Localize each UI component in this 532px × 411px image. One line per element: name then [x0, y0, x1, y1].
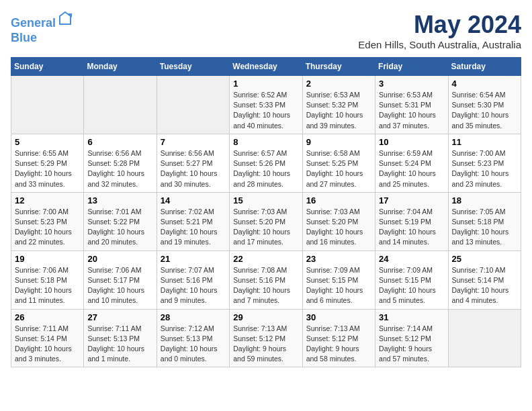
cell-content: Sunrise: 7:14 AM Sunset: 5:12 PM Dayligh… — [379, 324, 444, 365]
cell-content: Sunrise: 7:00 AM Sunset: 5:23 PM Dayligh… — [452, 148, 517, 189]
calendar-cell: 12Sunrise: 7:00 AM Sunset: 5:23 PM Dayli… — [11, 192, 84, 250]
day-number: 20 — [87, 254, 152, 264]
cell-content: Sunrise: 6:54 AM Sunset: 5:30 PM Dayligh… — [452, 90, 517, 131]
calendar-cell: 24Sunrise: 7:09 AM Sunset: 5:15 PM Dayli… — [375, 250, 448, 309]
day-of-week-header: Friday — [375, 58, 448, 76]
day-number: 12 — [15, 195, 80, 205]
day-number: 17 — [379, 195, 444, 205]
day-number: 22 — [233, 254, 298, 264]
calendar-cell: 22Sunrise: 7:08 AM Sunset: 5:16 PM Dayli… — [230, 250, 302, 309]
day-number: 19 — [15, 254, 80, 264]
cell-content: Sunrise: 7:07 AM Sunset: 5:16 PM Dayligh… — [161, 265, 226, 306]
day-number: 13 — [87, 195, 152, 205]
day-of-week-header: Wednesday — [230, 58, 302, 76]
day-number: 9 — [306, 137, 371, 147]
calendar-week-row: 12Sunrise: 7:00 AM Sunset: 5:23 PM Dayli… — [11, 192, 521, 250]
day-of-week-header: Tuesday — [157, 58, 229, 76]
day-number: 16 — [306, 195, 371, 205]
calendar-cell: 5Sunrise: 6:55 AM Sunset: 5:29 PM Daylig… — [11, 134, 84, 192]
cell-content: Sunrise: 7:09 AM Sunset: 5:15 PM Dayligh… — [306, 265, 371, 306]
calendar-cell: 15Sunrise: 7:03 AM Sunset: 5:20 PM Dayli… — [230, 192, 302, 250]
calendar-cell: 17Sunrise: 7:04 AM Sunset: 5:19 PM Dayli… — [375, 192, 448, 250]
cell-content: Sunrise: 7:09 AM Sunset: 5:15 PM Dayligh… — [379, 265, 444, 306]
day-number: 24 — [379, 254, 444, 264]
calendar-cell: 28Sunrise: 7:12 AM Sunset: 5:13 PM Dayli… — [157, 309, 229, 367]
day-of-week-header: Monday — [84, 58, 157, 76]
calendar-week-row: 26Sunrise: 7:11 AM Sunset: 5:14 PM Dayli… — [11, 309, 521, 367]
day-number: 1 — [233, 79, 298, 89]
calendar-cell: 23Sunrise: 7:09 AM Sunset: 5:15 PM Dayli… — [302, 250, 375, 309]
day-number: 14 — [161, 195, 226, 205]
calendar-table: SundayMondayTuesdayWednesdayThursdayFrid… — [11, 57, 521, 367]
cell-content: Sunrise: 6:56 AM Sunset: 5:28 PM Dayligh… — [87, 148, 152, 189]
day-number: 6 — [87, 137, 152, 147]
day-of-week-header: Sunday — [11, 58, 84, 76]
calendar-cell: 30Sunrise: 7:13 AM Sunset: 5:12 PM Dayli… — [302, 309, 375, 367]
logo-blue: Blue — [11, 31, 73, 46]
cell-content: Sunrise: 7:11 AM Sunset: 5:13 PM Dayligh… — [87, 324, 152, 365]
calendar-cell: 7Sunrise: 6:56 AM Sunset: 5:27 PM Daylig… — [157, 134, 229, 192]
day-number: 4 — [452, 79, 517, 89]
calendar-cell: 11Sunrise: 7:00 AM Sunset: 5:23 PM Dayli… — [448, 134, 521, 192]
cell-content: Sunrise: 6:58 AM Sunset: 5:25 PM Dayligh… — [306, 148, 371, 189]
cell-content: Sunrise: 6:57 AM Sunset: 5:26 PM Dayligh… — [233, 148, 298, 189]
cell-content: Sunrise: 6:59 AM Sunset: 5:24 PM Dayligh… — [379, 148, 444, 189]
calendar-cell: 29Sunrise: 7:13 AM Sunset: 5:12 PM Dayli… — [230, 309, 302, 367]
calendar-cell: 9Sunrise: 6:58 AM Sunset: 5:25 PM Daylig… — [302, 134, 375, 192]
day-number: 15 — [233, 195, 298, 205]
cell-content: Sunrise: 7:01 AM Sunset: 5:22 PM Dayligh… — [87, 207, 152, 248]
cell-content: Sunrise: 6:52 AM Sunset: 5:33 PM Dayligh… — [233, 90, 298, 131]
day-of-week-header: Thursday — [302, 58, 375, 76]
calendar-cell: 18Sunrise: 7:05 AM Sunset: 5:18 PM Dayli… — [448, 192, 521, 250]
cell-content: Sunrise: 7:00 AM Sunset: 5:23 PM Dayligh… — [15, 207, 80, 248]
cell-content: Sunrise: 7:05 AM Sunset: 5:18 PM Dayligh… — [452, 207, 517, 248]
day-number: 11 — [452, 137, 517, 147]
cell-content: Sunrise: 7:03 AM Sunset: 5:20 PM Dayligh… — [233, 207, 298, 248]
calendar-cell: 6Sunrise: 6:56 AM Sunset: 5:28 PM Daylig… — [84, 134, 157, 192]
day-number: 26 — [15, 312, 80, 322]
calendar-cell — [84, 76, 157, 134]
day-number: 30 — [306, 312, 371, 322]
calendar-cell: 21Sunrise: 7:07 AM Sunset: 5:16 PM Dayli… — [157, 250, 229, 309]
calendar-cell: 16Sunrise: 7:03 AM Sunset: 5:20 PM Dayli… — [302, 192, 375, 250]
calendar-cell: 2Sunrise: 6:53 AM Sunset: 5:32 PM Daylig… — [302, 76, 375, 134]
day-number: 2 — [306, 79, 371, 89]
cell-content: Sunrise: 7:13 AM Sunset: 5:12 PM Dayligh… — [306, 324, 371, 365]
title-block: May 2024 Eden Hills, South Australia, Au… — [358, 11, 521, 50]
calendar-cell: 27Sunrise: 7:11 AM Sunset: 5:13 PM Dayli… — [84, 309, 157, 367]
day-number: 27 — [87, 312, 152, 322]
calendar-cell — [448, 309, 521, 367]
calendar-cell: 8Sunrise: 6:57 AM Sunset: 5:26 PM Daylig… — [230, 134, 302, 192]
day-number: 21 — [161, 254, 226, 264]
day-number: 23 — [306, 254, 371, 264]
calendar-cell: 19Sunrise: 7:06 AM Sunset: 5:18 PM Dayli… — [11, 250, 84, 309]
calendar-cell: 20Sunrise: 7:06 AM Sunset: 5:17 PM Dayli… — [84, 250, 157, 309]
day-number: 25 — [452, 254, 517, 264]
cell-content: Sunrise: 7:08 AM Sunset: 5:16 PM Dayligh… — [233, 265, 298, 306]
calendar-week-row: 1Sunrise: 6:52 AM Sunset: 5:33 PM Daylig… — [11, 76, 521, 134]
day-number: 29 — [233, 312, 298, 322]
cell-content: Sunrise: 6:53 AM Sunset: 5:31 PM Dayligh… — [379, 90, 444, 131]
calendar-cell: 14Sunrise: 7:02 AM Sunset: 5:21 PM Dayli… — [157, 192, 229, 250]
calendar-cell: 13Sunrise: 7:01 AM Sunset: 5:22 PM Dayli… — [84, 192, 157, 250]
day-number: 31 — [379, 312, 444, 322]
cell-content: Sunrise: 7:06 AM Sunset: 5:18 PM Dayligh… — [15, 265, 80, 306]
calendar-cell — [11, 76, 84, 134]
calendar-week-row: 19Sunrise: 7:06 AM Sunset: 5:18 PM Dayli… — [11, 250, 521, 309]
calendar-cell: 26Sunrise: 7:11 AM Sunset: 5:14 PM Dayli… — [11, 309, 84, 367]
cell-content: Sunrise: 6:56 AM Sunset: 5:27 PM Dayligh… — [161, 148, 226, 189]
calendar-header-row: SundayMondayTuesdayWednesdayThursdayFrid… — [11, 58, 521, 76]
cell-content: Sunrise: 6:55 AM Sunset: 5:29 PM Dayligh… — [15, 148, 80, 189]
cell-content: Sunrise: 7:06 AM Sunset: 5:17 PM Dayligh… — [87, 265, 152, 306]
day-number: 10 — [379, 137, 444, 147]
day-number: 28 — [161, 312, 226, 322]
day-number: 3 — [379, 79, 444, 89]
cell-content: Sunrise: 7:10 AM Sunset: 5:14 PM Dayligh… — [452, 265, 517, 306]
calendar-cell: 10Sunrise: 6:59 AM Sunset: 5:24 PM Dayli… — [375, 134, 448, 192]
cell-content: Sunrise: 7:13 AM Sunset: 5:12 PM Dayligh… — [233, 324, 298, 365]
calendar-cell: 25Sunrise: 7:10 AM Sunset: 5:14 PM Dayli… — [448, 250, 521, 309]
cell-content: Sunrise: 7:12 AM Sunset: 5:13 PM Dayligh… — [161, 324, 226, 365]
calendar-cell: 1Sunrise: 6:52 AM Sunset: 5:33 PM Daylig… — [230, 76, 302, 134]
calendar-cell: 3Sunrise: 6:53 AM Sunset: 5:31 PM Daylig… — [375, 76, 448, 134]
location: Eden Hills, South Australia, Australia — [358, 39, 521, 50]
